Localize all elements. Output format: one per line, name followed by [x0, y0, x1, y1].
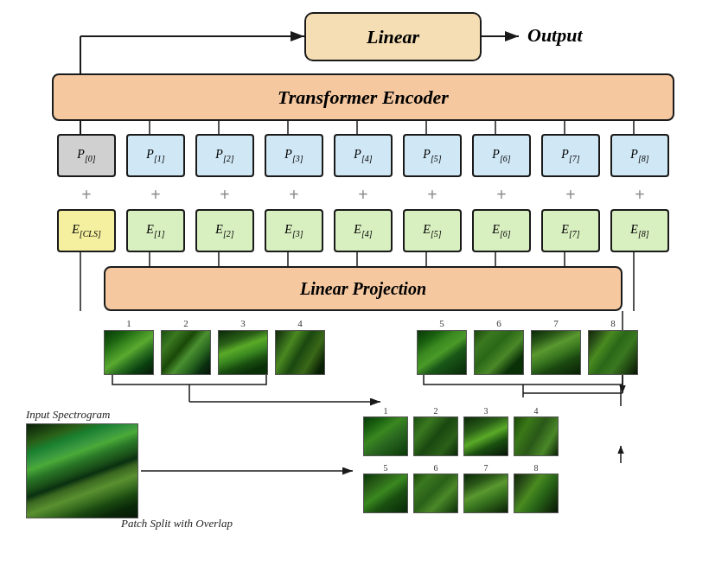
plus-sign-5: + [403, 186, 462, 203]
p-box-1: P[1] [126, 134, 185, 177]
p-boxes-row: P[0] P[1] P[2] P[3] P[4] P[5] P[6] P[7] … [52, 134, 674, 177]
split-patch-5: 5 [363, 463, 408, 513]
patch-img-3 [218, 330, 268, 375]
patch-split-label: Patch Split with Overlap [121, 517, 233, 531]
transformer-encoder-box: Transformer Encoder [52, 73, 674, 121]
split-patch-img-7 [463, 473, 508, 513]
patch-img-7 [531, 330, 581, 375]
output-label: Output [527, 24, 583, 47]
split-patch-7: 7 [463, 463, 508, 513]
e-boxes-row: E[CLS] E[1] E[2] E[3] E[4] E[5] E[6] E[7… [52, 209, 674, 252]
transformer-label: Transformer Encoder [278, 86, 449, 109]
plus-sign-3: + [265, 186, 323, 203]
split-patch-img-1 [363, 416, 408, 456]
p-box-6: P[6] [472, 134, 531, 177]
split-patch-img-2 [413, 416, 458, 456]
e-box-7: E[7] [541, 209, 600, 252]
split-patch-4: 4 [514, 406, 559, 456]
plus-sign-6: + [472, 186, 531, 203]
p-box-3: P[3] [265, 134, 323, 177]
split-patch-img-4 [514, 416, 559, 456]
e-box-3: E[3] [265, 209, 323, 252]
split-patches-row2: 5 6 7 8 [363, 463, 559, 513]
linear-projection-box: Linear Projection [104, 266, 623, 311]
top-patches-right: 5 6 7 8 [417, 318, 638, 375]
p-box-cls: P[0] [57, 134, 116, 177]
plus-sign-0: + [57, 186, 116, 203]
top-patches-left: 1 2 3 4 [104, 318, 325, 375]
main-diagram: Linear Output Transformer Encoder P[0] P… [0, 0, 728, 572]
split-patch-img-6 [413, 473, 458, 513]
p-box-8: P[8] [610, 134, 669, 177]
plus-signs-row: + + + + + + + + + [52, 186, 674, 203]
split-patch-img-8 [514, 473, 559, 513]
patch-img-6 [474, 330, 524, 375]
patch-3: 3 [218, 318, 268, 375]
e-box-6: E[6] [472, 209, 531, 252]
linear-label: Linear [367, 26, 419, 48]
patch-1: 1 [104, 318, 154, 375]
patch-2: 2 [161, 318, 211, 375]
p-box-4: P[4] [334, 134, 393, 177]
split-patches-row1: 1 2 3 4 [363, 406, 559, 456]
patch-7: 7 [531, 318, 581, 375]
split-patch-img-3 [463, 416, 508, 456]
e-box-cls: E[CLS] [57, 209, 116, 252]
plus-sign-1: + [126, 186, 185, 203]
linear-box: Linear [304, 12, 482, 61]
e-box-8: E[8] [610, 209, 669, 252]
split-patch-3: 3 [463, 406, 508, 456]
split-patch-8: 8 [514, 463, 559, 513]
patch-img-5 [417, 330, 467, 375]
e-box-2: E[2] [195, 209, 254, 252]
split-patch-1: 1 [363, 406, 408, 456]
patch-img-8 [588, 330, 638, 375]
linear-proj-label: Linear Projection [300, 279, 426, 299]
p-box-5: P[5] [403, 134, 462, 177]
patch-6: 6 [474, 318, 524, 375]
patch-img-2 [161, 330, 211, 375]
plus-sign-2: + [195, 186, 254, 203]
plus-sign-8: + [610, 186, 669, 203]
e-box-1: E[1] [126, 209, 185, 252]
input-spectrogram-label: Input Spectrogram [26, 408, 110, 422]
patch-8: 8 [588, 318, 638, 375]
split-patch-2: 2 [413, 406, 458, 456]
p-box-7: P[7] [541, 134, 600, 177]
patch-4: 4 [275, 318, 325, 375]
input-spectrogram-img [26, 423, 138, 518]
split-patch-img-5 [363, 473, 408, 513]
plus-sign-7: + [541, 186, 600, 203]
patch-img-1 [104, 330, 154, 375]
plus-sign-4: + [334, 186, 393, 203]
patch-5: 5 [417, 318, 467, 375]
e-box-4: E[4] [334, 209, 393, 252]
e-box-5: E[5] [403, 209, 462, 252]
patch-img-4 [275, 330, 325, 375]
input-spec-gradient [27, 424, 137, 518]
split-patch-6: 6 [413, 463, 458, 513]
p-box-2: P[2] [195, 134, 254, 177]
